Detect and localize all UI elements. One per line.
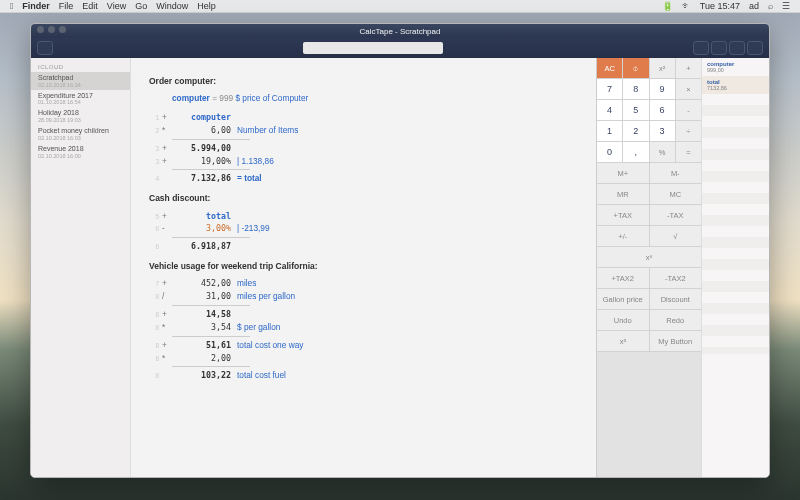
key-mc[interactable]: MC [650,184,702,205]
key-1[interactable]: 1 [597,121,623,142]
key-square[interactable]: x² [650,58,676,79]
notification-center-icon[interactable]: ☰ [782,1,790,11]
title-field[interactable] [303,42,443,54]
status-wifi-icon[interactable]: ᯤ [682,1,691,11]
key-undo[interactable]: Undo [597,310,650,331]
sidebar-item-expenditure[interactable]: Expenditure 201701.10.2018 16:54 [31,90,130,108]
titlebar: CalcTape - Scratchpad [31,24,769,38]
menu-edit[interactable]: Edit [82,1,98,11]
tape-area[interactable]: Order computer: computer = 999 $ price o… [131,58,596,477]
sidebar-item-holiday[interactable]: Holiday 201828.09.2018 19:03 [31,107,130,125]
key-mybutton[interactable]: My Button [650,331,702,352]
key-minustax2[interactable]: -TAX2 [650,268,702,289]
close-icon[interactable] [37,26,44,33]
key-5[interactable]: 5 [623,100,649,121]
menu-view[interactable]: View [107,1,126,11]
sidebar-item-scratchpad[interactable]: Scratchpad02.10.2018 16:34 [31,72,130,90]
key-7[interactable]: 7 [597,79,623,100]
window-controls[interactable] [37,26,66,33]
key-equals[interactable]: = [676,142,701,163]
spotlight-icon[interactable]: ⌕ [768,1,773,11]
toolbar-button-1[interactable] [693,41,709,55]
toolbar-button-4[interactable] [747,41,763,55]
menu-window[interactable]: Window [156,1,188,11]
toolbar-button-3[interactable] [729,41,745,55]
key-backspace[interactable]: ⌽ [623,58,649,79]
key-discount[interactable]: Discount [650,289,702,310]
key-minus[interactable]: - [676,100,701,121]
key-8[interactable]: 8 [623,79,649,100]
sidebar-toggle-button[interactable] [37,41,53,55]
key-0[interactable]: 0 [597,142,623,163]
key-3[interactable]: 3 [650,121,676,142]
sidebar-item-revenue[interactable]: Revenue 201802.10.2018 16:00 [31,143,130,161]
menu-help[interactable]: Help [197,1,216,11]
sidebar-section-header: ICLOUD [31,62,130,72]
app-window: CalcTape - Scratchpad ICLOUD Scratchpad0… [30,23,770,478]
result-computer[interactable]: computer999,00 [702,58,769,76]
macos-menubar:  Finder File Edit View Go Window Help 🔋… [0,0,800,13]
key-multiply[interactable]: × [676,79,701,100]
key-mr[interactable]: MR [597,184,650,205]
menu-go[interactable]: Go [135,1,147,11]
key-plus[interactable]: + [676,58,701,79]
results-panel: computer999,00 total7132,86 [701,58,769,477]
key-plustax[interactable]: +TAX [597,205,650,226]
toolbar-button-2[interactable] [711,41,727,55]
sidebar: ICLOUD Scratchpad02.10.2018 16:34 Expend… [31,58,131,477]
menu-file[interactable]: File [59,1,74,11]
key-redo[interactable]: Redo [650,310,702,331]
results-empty-stripes [702,94,769,354]
key-2[interactable]: 2 [623,121,649,142]
minimize-icon[interactable] [48,26,55,33]
key-cube[interactable]: x³ [597,331,650,352]
apple-icon[interactable]:  [10,1,13,11]
keypad: AC ⌽ x² + 7 8 9 × 4 5 6 - 1 2 3 ÷ [596,58,701,477]
key-gallon-price[interactable]: Gallon price [597,289,650,310]
key-4[interactable]: 4 [597,100,623,121]
toolbar [31,38,769,58]
status-user[interactable]: ad [749,1,759,11]
key-ac[interactable]: AC [597,58,623,79]
result-total[interactable]: total7132,86 [702,76,769,94]
section-title: Order computer: [149,75,578,88]
status-clock[interactable]: Tue 15:47 [700,1,740,11]
window-title: CalcTape - Scratchpad [360,27,441,36]
key-mplus[interactable]: M+ [597,163,650,184]
var-computer: computer [172,92,210,105]
status-battery-icon[interactable]: 🔋 [662,1,673,11]
sidebar-item-pocket-money[interactable]: Pocket money children02.10.2018 16:03 [31,125,130,143]
key-9[interactable]: 9 [650,79,676,100]
menu-finder[interactable]: Finder [22,1,50,11]
key-plusminus[interactable]: +/- [597,226,650,247]
key-plustax2[interactable]: +TAX2 [597,268,650,289]
key-minustax[interactable]: -TAX [650,205,702,226]
key-xpow[interactable]: xⁿ [597,247,701,268]
key-sqrt[interactable]: √ [650,226,702,247]
key-mminus[interactable]: M- [650,163,702,184]
key-divide[interactable]: ÷ [676,121,701,142]
key-decimal[interactable]: , [623,142,649,163]
key-percent[interactable]: % [650,142,676,163]
key-6[interactable]: 6 [650,100,676,121]
zoom-icon[interactable] [59,26,66,33]
